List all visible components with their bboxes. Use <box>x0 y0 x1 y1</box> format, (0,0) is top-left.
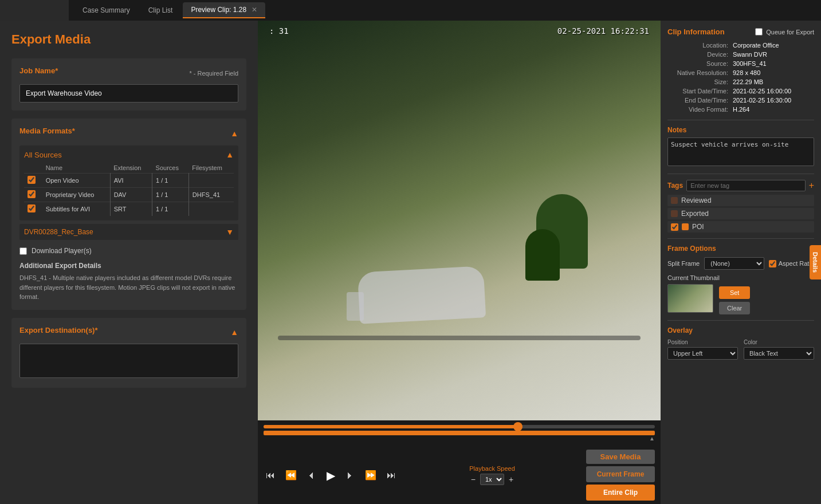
row3-checkbox[interactable] <box>28 204 36 212</box>
play-button[interactable]: ▶ <box>324 467 337 483</box>
position-select[interactable]: Upper Left Upper Right Lower Left Lower … <box>667 347 738 360</box>
queue-export-label: Queue for Export <box>766 29 814 36</box>
rewind-button[interactable]: ⏪ <box>283 468 299 482</box>
left-panel: Export Media Job Name* * - Required Fiel… <box>0 21 258 504</box>
tag-label-reviewed: Reviewed <box>681 196 712 204</box>
current-frame-button[interactable]: Current Frame <box>586 466 655 482</box>
speed-selector[interactable]: 1x 2x 4x <box>480 474 504 485</box>
fast-forward-button[interactable]: ⏩ <box>363 468 379 482</box>
scrubber-track[interactable] <box>264 425 655 428</box>
media-formats-section: Media Formats* ▲ All Sources ▲ Name Exte… <box>11 119 246 310</box>
skip-to-end-button[interactable]: ⏭ <box>384 469 398 482</box>
tags-add-button[interactable]: + <box>809 181 814 190</box>
media-formats-header[interactable]: Media Formats* ▲ <box>19 127 238 140</box>
dvr-chevron: ▼ <box>226 227 234 237</box>
tags-input[interactable] <box>686 180 806 191</box>
tab-close-icon[interactable]: ✕ <box>252 6 257 14</box>
tag-label-exported: Exported <box>681 210 709 218</box>
overlay-label: Overlay <box>667 326 814 334</box>
col-filesystem: Filesystem <box>188 163 234 174</box>
timeline-chevron[interactable]: ▲ <box>264 435 655 442</box>
details-tab[interactable]: Details <box>810 245 821 279</box>
additional-details: Additional Export Details DHFS_41 - Mult… <box>19 262 238 302</box>
position-col: Position Upper Left Upper Right Lower Le… <box>667 339 738 360</box>
aspect-ratio-row: Aspect Ratio <box>769 260 814 267</box>
speed-increase-button[interactable]: + <box>506 474 516 485</box>
video-area: : 31 02-25-2021 16:22:31 <box>258 21 661 420</box>
color-select[interactable]: Black Text White Text <box>744 347 814 360</box>
queue-export-checkbox[interactable] <box>755 28 763 36</box>
info-row: End Date/Time: 2021-02-25 16:30:00 <box>667 96 814 105</box>
position-label: Position <box>667 339 738 345</box>
thumbnail-image <box>667 284 713 313</box>
center-panel: : 31 02-25-2021 16:22:31 ▲ ⏮ ⏪ ⏴ ▶ ⏵ ⏩ ⏭ <box>258 21 661 504</box>
aspect-ratio-checkbox[interactable] <box>769 260 776 267</box>
divider-4 <box>667 320 814 321</box>
export-dest-label: Export Destination(s)* <box>19 326 98 334</box>
tags-row: Tags + <box>667 180 814 191</box>
divider-1 <box>667 120 814 120</box>
all-sources-section: All Sources ▲ Name Extension Sources Fil… <box>19 145 238 220</box>
row1-checkbox[interactable] <box>28 176 36 184</box>
speed-label: Playback Speed <box>469 465 515 472</box>
row2-checkbox[interactable] <box>28 190 36 198</box>
export-dest-section: Export Destination(s)* ▲ <box>11 318 246 388</box>
sources-table: Name Extension Sources Filesystem Open V… <box>24 163 234 216</box>
job-name-section: Job Name* * - Required Field <box>11 58 246 111</box>
tab-bar: Case Summary Clip List Preview Clip: 1.2… <box>69 0 821 21</box>
skip-to-start-button[interactable]: ⏮ <box>264 469 277 482</box>
additional-details-title: Additional Export Details <box>19 262 238 270</box>
col-extension: Extension <box>110 163 152 174</box>
split-frame-label: Split Frame <box>667 260 700 267</box>
save-media-buttons: Save Media Current Frame Entire Clip <box>586 450 655 501</box>
download-players-checkbox[interactable] <box>19 247 27 255</box>
color-label: Color <box>744 339 814 345</box>
dvr-row[interactable]: DVR00288_Rec_Base ▼ <box>19 224 238 240</box>
tag-color-exported <box>671 210 678 217</box>
info-row: Device: Swann DVR <box>667 50 814 59</box>
download-players-label: Download Player(s) <box>32 247 92 255</box>
tags-label: Tags <box>667 182 683 190</box>
export-dest-header[interactable]: Export Destination(s)* ▲ <box>19 326 238 339</box>
notes-textarea[interactable]: Suspect vehicle arrives on-site <box>667 137 814 166</box>
video-timestamp: 02-25-2021 16:22:31 <box>557 26 649 36</box>
entire-clip-button[interactable]: Entire Clip <box>586 485 655 501</box>
divider-3 <box>667 238 814 239</box>
list-item: POI <box>667 221 814 233</box>
tab-preview-clip[interactable]: Preview Clip: 1.28 ✕ <box>183 2 265 18</box>
tag-color-poi <box>682 223 689 230</box>
playback-speed-control: Playback Speed − 1x 2x 4x + <box>469 465 516 485</box>
step-back-button[interactable]: ⏴ <box>305 469 319 482</box>
tab-case-summary[interactable]: Case Summary <box>74 3 138 18</box>
tab-clip-list[interactable]: Clip List <box>140 3 181 18</box>
all-sources-chevron: ▲ <box>226 150 234 159</box>
job-name-input[interactable] <box>19 84 238 103</box>
col-sources: Sources <box>152 163 189 174</box>
split-frame-select[interactable]: (None) 2 Frames 4 Frames <box>704 257 764 270</box>
aspect-ratio-label: Aspect Ratio <box>779 260 814 267</box>
table-row: Subtitles for AVI SRT 1 / 1 <box>24 202 234 216</box>
clip-info-title: Clip Information <box>667 27 725 36</box>
save-media-button[interactable]: Save Media <box>586 450 655 464</box>
info-row: Native Resolution: 928 x 480 <box>667 68 814 77</box>
table-row: Open Video AVI 1 / 1 <box>24 174 234 188</box>
clear-thumbnail-button[interactable]: Clear <box>719 302 750 314</box>
scrubber-area: ▲ <box>258 420 661 446</box>
scrubber-fill <box>264 425 518 428</box>
tag-color-reviewed <box>671 197 678 204</box>
speed-decrease-button[interactable]: − <box>469 474 478 485</box>
scrubber-thumb[interactable] <box>513 422 523 431</box>
media-formats-chevron: ▲ <box>230 129 238 138</box>
main-container: Export Media Job Name* * - Required Fiel… <box>0 21 821 504</box>
step-forward-button[interactable]: ⏵ <box>343 469 357 482</box>
frame-opts-row: Split Frame (None) 2 Frames 4 Frames Asp… <box>667 257 814 270</box>
set-thumbnail-button[interactable]: Set <box>719 286 750 299</box>
notes-label: Notes <box>667 126 814 134</box>
export-dest-input[interactable] <box>19 344 238 378</box>
tag-checkbox-poi[interactable] <box>671 223 678 231</box>
timeline-bar[interactable] <box>264 431 655 435</box>
color-col: Color Black Text White Text <box>744 339 814 360</box>
divider-2 <box>667 174 814 174</box>
info-row: Size: 222.29 MB <box>667 77 814 86</box>
list-item: Exported <box>667 208 814 219</box>
